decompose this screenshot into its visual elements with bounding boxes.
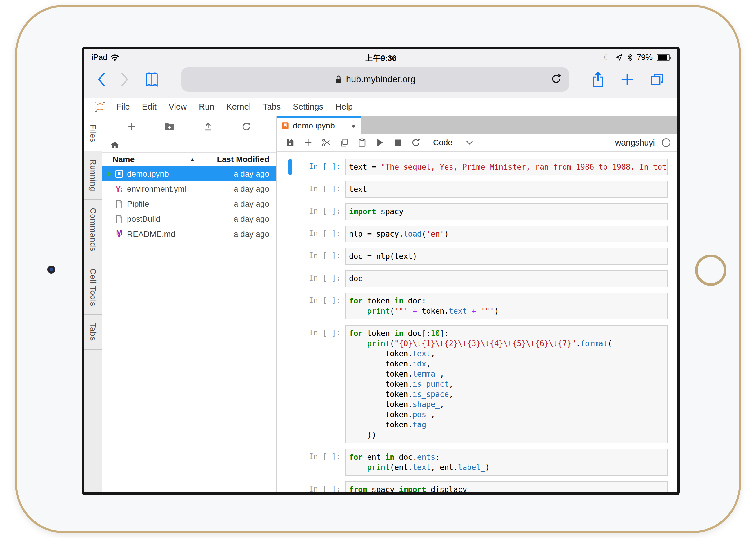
notebook-cell[interactable]: In [ ]:import spacy xyxy=(277,203,668,220)
code-token xyxy=(349,463,367,472)
restart-kernel-button[interactable] xyxy=(407,134,425,151)
code-line: for token in doc[:10]: xyxy=(349,328,664,339)
code-line: doc = nlp(text) xyxy=(349,251,664,261)
code-line: )) xyxy=(349,430,664,440)
notebook-cell[interactable]: In [ ]:doc = nlp(text) xyxy=(277,248,668,265)
tab-overview-button[interactable] xyxy=(650,72,665,87)
yaml-file-icon: Y: xyxy=(113,184,126,193)
location-icon xyxy=(616,54,623,61)
cut-cells-button[interactable] xyxy=(317,134,335,151)
add-cell-button[interactable] xyxy=(299,134,317,151)
code-line: print('"' + token.text + '"') xyxy=(349,306,664,316)
cell-editor[interactable]: for ent in doc.ents: print(ent.text, ent… xyxy=(345,449,668,476)
code-token: idx xyxy=(412,359,426,368)
bookmarks-icon[interactable] xyxy=(144,71,159,87)
notebook-cell[interactable]: In [ ]:for token in doc[:10]: print("{0}… xyxy=(277,325,668,443)
back-button[interactable] xyxy=(97,73,105,86)
notebook-cell[interactable]: In [ ]:doc xyxy=(277,270,668,287)
forward-button[interactable] xyxy=(121,73,129,86)
notebook-cell[interactable]: In [ ]:nlp = spacy.load('en') xyxy=(277,226,668,242)
menubar-item-kernel[interactable]: Kernel xyxy=(220,102,257,112)
code-token: token. xyxy=(349,420,412,429)
notebook-cell[interactable]: In [ ]:text = "The sequel, Yes, Prime Mi… xyxy=(277,159,668,175)
code-token: token xyxy=(363,329,395,338)
new-folder-button[interactable] xyxy=(161,119,179,135)
upload-button[interactable] xyxy=(199,119,217,135)
cell-editor[interactable]: doc xyxy=(345,270,668,287)
new-launcher-button[interactable] xyxy=(122,119,140,135)
notebook-cell[interactable]: In [ ]:for ent in doc.ents: print(ent.te… xyxy=(277,449,668,476)
cell-type-dropdown[interactable]: Code xyxy=(433,138,453,147)
paste-cells-button[interactable] xyxy=(353,134,371,151)
breadcrumb xyxy=(102,137,276,152)
cell-editor[interactable]: for token in doc[:10]: print("{0}\t{1}\t… xyxy=(345,325,668,443)
code-token: tag_ xyxy=(412,420,431,429)
code-token: spacy xyxy=(376,207,404,216)
code-token: token. xyxy=(417,307,449,315)
sidebar-tab-commands[interactable]: Commands xyxy=(84,200,102,260)
code-line: for token in doc: xyxy=(349,296,664,306)
code-token: '"' xyxy=(481,307,494,315)
file-file-icon xyxy=(113,200,126,208)
chevron-down-icon[interactable] xyxy=(466,140,473,145)
sidebar-tab-tabs[interactable]: Tabs xyxy=(84,314,102,349)
screen: iPad 上午9:36 ☾ xyxy=(82,47,680,495)
run-cell-button[interactable] xyxy=(371,134,389,151)
cell-editor[interactable]: doc = nlp(text) xyxy=(345,248,668,265)
cell-editor[interactable]: import spacy xyxy=(345,203,668,220)
menubar-item-file[interactable]: File xyxy=(110,102,136,112)
kernel-status-icon[interactable] xyxy=(662,138,671,147)
file-row[interactable]: demo.ipynba day ago xyxy=(102,166,276,182)
notebook-cell[interactable]: In [ ]:from spacy import displacydisplac… xyxy=(277,481,668,493)
menubar-item-view[interactable]: View xyxy=(163,102,193,112)
file-modified: a day ago xyxy=(203,199,276,209)
cell-editor[interactable]: text xyxy=(345,181,668,198)
reload-button[interactable] xyxy=(548,70,565,87)
code-line: print(ent.text, ent.label_) xyxy=(349,462,664,472)
code-token: format xyxy=(580,339,608,348)
cell-editor[interactable]: nlp = spacy.load('en') xyxy=(345,226,668,242)
status-bar: iPad 上午9:36 ☾ xyxy=(84,49,677,64)
menubar-item-help[interactable]: Help xyxy=(329,102,359,112)
home-button[interactable] xyxy=(695,254,727,286)
menubar-item-edit[interactable]: Edit xyxy=(136,102,163,112)
menubar-item-settings[interactable]: Settings xyxy=(287,102,329,112)
unsaved-changes-icon[interactable]: ● xyxy=(351,122,355,129)
home-icon[interactable] xyxy=(110,140,119,149)
menubar-item-tabs[interactable]: Tabs xyxy=(257,102,287,112)
code-line: from spacy import displacy xyxy=(349,485,664,493)
file-row[interactable]: Y:environment.ymla day ago xyxy=(102,182,276,196)
copy-cells-button[interactable] xyxy=(335,134,353,151)
refresh-files-button[interactable] xyxy=(238,119,255,135)
column-header-name[interactable]: Name ▲ xyxy=(102,153,199,166)
menubar-item-run[interactable]: Run xyxy=(193,102,220,112)
file-row[interactable]: postBuilda day ago xyxy=(102,212,276,227)
notebook-cell[interactable]: In [ ]:text xyxy=(277,181,668,198)
stop-kernel-button[interactable] xyxy=(389,134,407,151)
kernel-name-label[interactable]: wangshuyi xyxy=(615,138,655,147)
column-header-modified[interactable]: Last Modified xyxy=(199,153,276,166)
notebook-tab[interactable]: demo.ipynb ● xyxy=(277,116,361,134)
cell-editor[interactable]: for token in doc: print('"' + token.text… xyxy=(345,293,668,319)
file-row[interactable]: M▼README.mda day ago xyxy=(102,227,276,242)
code-token: displacy xyxy=(426,485,467,493)
save-button[interactable] xyxy=(281,134,299,151)
cell-prompt: In [ ]: xyxy=(277,293,345,319)
sidebar-tab-running[interactable]: Running xyxy=(84,151,102,200)
sidebar-tab-files[interactable]: Files xyxy=(84,116,102,151)
code-line: text = "The sequel, Yes, Prime Minister,… xyxy=(349,162,664,172)
code-token: token. xyxy=(349,400,412,409)
sidebar-tab-cell-tools[interactable]: Cell Tools xyxy=(84,260,102,315)
jupyterlab-menubar: FileEditViewRunKernelTabsSettingsHelp xyxy=(84,98,677,116)
code-token: in xyxy=(385,453,394,461)
cell-editor[interactable]: text = "The sequel, Yes, Prime Minister,… xyxy=(345,159,668,175)
new-tab-button[interactable] xyxy=(620,72,634,87)
address-bar[interactable]: hub.mybinder.org xyxy=(182,67,569,91)
code-token: ( xyxy=(390,339,395,348)
file-row[interactable]: Pipfilea day ago xyxy=(102,196,276,212)
share-button[interactable] xyxy=(591,71,605,88)
url-text: hub.mybinder.org xyxy=(346,74,416,85)
file-browser: Name ▲ Last Modified demo.ipynba day ago… xyxy=(102,116,277,493)
notebook-cell[interactable]: In [ ]:for token in doc: print('"' + tok… xyxy=(277,293,668,319)
cell-editor[interactable]: from spacy import displacydisplacy.rende… xyxy=(345,481,668,493)
